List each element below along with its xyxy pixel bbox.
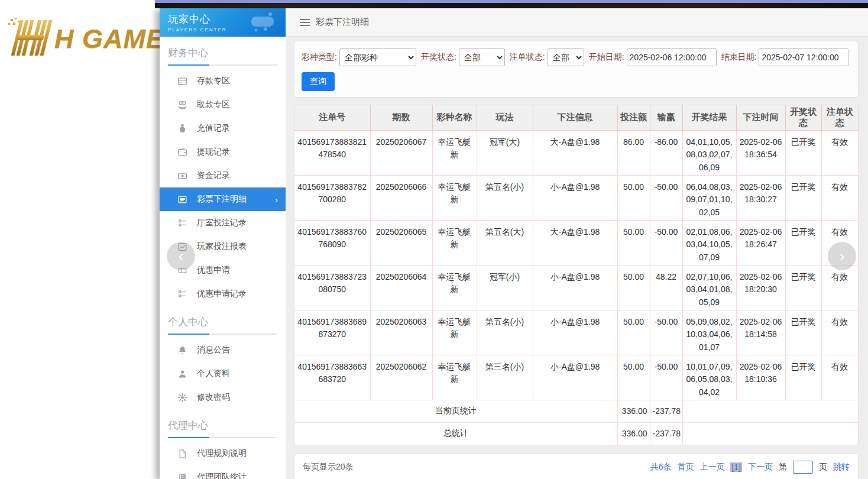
column-header: 期数 [370, 105, 432, 130]
sidebar-item[interactable]: 资金记录 [160, 164, 286, 187]
table-cell: 86.00 [617, 130, 650, 175]
filter-panel: 彩种类型: 全部彩种 开奖状态: 全部 注单状态: 全部 开始日期: 结束日期:… [294, 41, 859, 98]
table-cell: 20250206067 [370, 130, 432, 175]
sidebar-item[interactable]: 优惠申请记录 [160, 282, 286, 306]
moneybag-icon [177, 124, 187, 134]
table-cell: -50.00 [650, 355, 682, 400]
sidebar-item-label: 厅室投注记录 [197, 218, 247, 228]
table-cell: 05,09,08,02,10,03,04,06,01,07 [682, 310, 736, 355]
next-page-link[interactable]: 下一页 [748, 462, 773, 472]
bet-table-card: 注单号期数彩种名称玩法下注信息投注额输赢开奖结果下注时间开奖状态注单状态 401… [294, 105, 859, 445]
sidebar-item[interactable]: 个人资料 [160, 362, 286, 386]
table-cell: 401569173883760768090 [294, 220, 370, 265]
site-logo: H GAME [7, 18, 164, 56]
sidebar-item[interactable]: 充值记录 [160, 116, 286, 140]
table-cell: -50.00 [650, 175, 682, 220]
table-cell: 小-A盘@1.98 [533, 355, 617, 400]
draw-status-select[interactable]: 全部 [459, 48, 505, 66]
table-cell: 有效 [821, 265, 858, 310]
jump-page-input[interactable] [793, 461, 813, 474]
sidebar-item[interactable]: 存款专区 [160, 69, 286, 93]
table-cell: 已开奖 [785, 265, 821, 310]
sidebar-item[interactable]: 彩票下注明细› [160, 187, 286, 211]
summary-row: 总统计336.00-237.78 [294, 422, 858, 445]
search-button[interactable]: 查询 [302, 72, 335, 91]
order-status-select[interactable]: 全部 [548, 48, 584, 66]
table-cell: 幸运飞艇新 [432, 310, 477, 355]
table-cell: 20250206064 [370, 265, 432, 310]
table-cell: 幸运飞艇新 [432, 220, 477, 265]
table-cell: 20250206062 [370, 355, 432, 400]
jump-prefix: 第 [779, 462, 787, 472]
player-center-window: ‹ › 玩家中心 PLAYERS CENTER 财务中心存款专区取款专区充值记录… [155, 0, 868, 479]
table-cell: 50.00 [617, 265, 650, 310]
summary-bet-total: 336.00 [617, 422, 650, 445]
wallet-icon [177, 147, 187, 157]
end-date-label: 结束日期: [721, 52, 757, 63]
lottery-type-select[interactable]: 全部彩种 [339, 48, 416, 66]
column-header: 开奖结果 [682, 105, 736, 130]
window-dark-strip [155, 3, 868, 8]
sidebar-header: 玩家中心 PLAYERS CENTER [160, 8, 286, 37]
column-header: 注单状态 [821, 105, 858, 130]
sidebar-item-label: 玩家投注报表 [197, 241, 247, 252]
table-cell: 401569173883782700280 [294, 175, 370, 220]
sidebar-item-label: 存款专区 [197, 76, 230, 86]
sidebar-item[interactable]: 修改密码 [160, 386, 286, 409]
jump-suffix: 页 [819, 462, 827, 472]
gear-icon [177, 393, 187, 403]
end-date-input[interactable] [759, 48, 848, 66]
table-row: 40156917388366368372020250206062幸运飞艇新第三名… [294, 355, 858, 400]
document-icon [177, 449, 187, 459]
column-header: 彩种名称 [432, 105, 477, 130]
summary-win-total: -237.78 [650, 422, 682, 445]
sidebar-item[interactable]: 厅室投注记录 [160, 211, 286, 235]
table-cell: 冠军(大) [477, 130, 533, 175]
sidebar-item-label: 修改密码 [197, 392, 230, 403]
table-cell: 02,01,08,06,03,04,10,05,07,09 [682, 220, 736, 265]
table-cell: 401569173883821478540 [294, 130, 370, 175]
table-row: 40156917388368987327020250206063幸运飞艇新第五名… [294, 310, 858, 355]
column-header: 开奖状态 [785, 105, 821, 130]
sidebar-item-label: 彩票下注明细 [197, 194, 247, 205]
funds-icon [177, 171, 187, 181]
current-page-indicator[interactable]: [1] [730, 462, 742, 472]
sidebar-item[interactable]: 代理团队统计 [160, 465, 286, 479]
sidebar-item[interactable]: 取款专区 [160, 93, 286, 116]
sidebar-item-label: 优惠申请记录 [197, 289, 247, 299]
chevron-right-icon: › [275, 195, 278, 205]
logo-text: H GAME [54, 25, 164, 56]
main-panel: 彩票下注明细 彩种类型: 全部彩种 开奖状态: 全部 注单状态: 全部 开始日期… [286, 8, 868, 479]
jump-button[interactable]: 跳转 [833, 462, 850, 472]
first-page-link[interactable]: 首页 [677, 462, 694, 472]
table-cell: 幸运飞艇新 [432, 175, 477, 220]
table-summary: 当前页统计336.00-237.78总统计336.00-237.78 [294, 400, 858, 445]
sidebar-item[interactable]: 提现记录 [160, 140, 286, 164]
table-header-row: 注单号期数彩种名称玩法下注信息投注额输赢开奖结果下注时间开奖状态注单状态 [294, 105, 858, 130]
menu-toggle-icon[interactable] [300, 17, 310, 28]
sidebar-item-label: 消息公告 [197, 345, 230, 355]
column-header: 投注额 [617, 105, 650, 130]
sidebar-item-label: 优惠申请 [197, 265, 230, 276]
table-cell: 401569173883723080750 [294, 265, 370, 310]
prev-page-link[interactable]: 上一页 [699, 462, 724, 472]
carousel-next-button[interactable]: › [828, 242, 856, 270]
table-row: 40156917388382147854020250206067幸运飞艇新冠军(… [294, 130, 858, 175]
table-cell: 04,01,10,05,08,03,02,07,06,09 [682, 130, 736, 175]
sidebar-item[interactable]: 代理规则说明 [160, 442, 286, 465]
table-cell: 冠军(小) [477, 265, 533, 310]
table-cell: 401569173883689873270 [294, 310, 370, 355]
table-cell: 第三名(小) [477, 355, 533, 400]
table-cell: 已开奖 [785, 310, 821, 355]
order-status-label: 注单状态: [510, 52, 545, 63]
section-divider [168, 437, 277, 438]
sidebar-item[interactable]: 消息公告 [160, 338, 286, 362]
logo-mark-icon [7, 18, 48, 56]
deposit-card-icon [177, 76, 187, 86]
table-cell: 有效 [821, 310, 858, 355]
table-cell: 幸运飞艇新 [432, 130, 477, 175]
carousel-prev-button[interactable]: ‹ [167, 242, 195, 270]
page-title: 彩票下注明细 [316, 17, 369, 28]
start-date-input[interactable] [627, 48, 717, 66]
table-cell: 第五名(小) [477, 175, 533, 220]
